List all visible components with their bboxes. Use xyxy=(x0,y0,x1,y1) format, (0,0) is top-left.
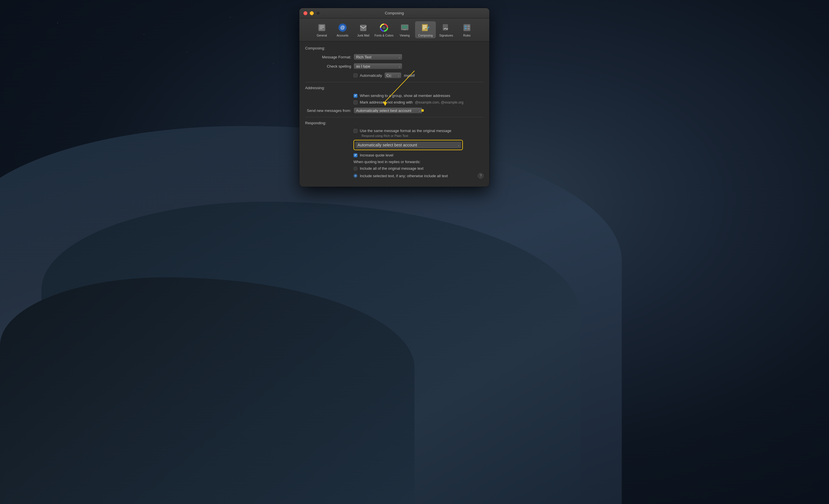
cc-select[interactable]: Cc: Bcc: xyxy=(384,72,402,79)
increase-quote-checkbox[interactable] xyxy=(354,153,358,157)
svg-rect-10 xyxy=(402,25,407,29)
viewing-icon xyxy=(400,23,410,33)
addressing-section: Addressing: When sending to a group, sho… xyxy=(305,86,483,114)
send-from-select[interactable]: Automatically select best account xyxy=(354,107,423,114)
group-checkbox-row: When sending to a group, show all member… xyxy=(305,93,483,98)
same-format-label: Use the same message format as the origi… xyxy=(360,128,452,133)
junk-mail-icon xyxy=(358,23,368,33)
section-separator-2 xyxy=(305,117,483,117)
responding-section-title: Responding: xyxy=(305,121,483,125)
toolbar: General @ Accounts Junk Mail xyxy=(299,18,489,41)
quoting-label: When quoting text in replies or forwards… xyxy=(354,160,421,164)
addressing-section-title: Addressing: xyxy=(305,86,483,90)
signatures-icon xyxy=(441,23,452,33)
cc-select-wrapper: Cc: Bcc: ⌄ xyxy=(384,72,402,79)
rules-icon xyxy=(462,23,472,33)
toolbar-item-viewing[interactable]: Viewing xyxy=(394,21,415,38)
maximize-button[interactable] xyxy=(316,11,320,15)
close-button[interactable] xyxy=(303,11,308,15)
svg-rect-21 xyxy=(467,28,469,29)
group-checkbox-label: When sending to a group, show all member… xyxy=(360,93,450,98)
preferences-content: Composing: Message Format: Rich Text Pla… xyxy=(299,41,489,187)
section-separator-1 xyxy=(305,82,483,82)
general-icon xyxy=(317,23,327,33)
auto-cc-checkbox[interactable] xyxy=(354,73,358,77)
toolbar-item-composing[interactable]: Composing xyxy=(415,21,436,38)
message-format-select-wrapper: Rich Text Plain Text ⌄ xyxy=(354,54,402,60)
message-format-label: Message Format: xyxy=(305,55,351,59)
increase-quote-row: Increase quote level xyxy=(305,153,483,157)
svg-rect-19 xyxy=(465,28,467,29)
group-checkbox[interactable] xyxy=(354,94,358,98)
increase-quote-label: Increase quote level xyxy=(360,153,393,157)
composing-preferences-window: Composing General @ Accounts xyxy=(299,8,489,187)
responding-section: Responding: Use the same message format … xyxy=(305,121,483,179)
svg-rect-1 xyxy=(320,26,324,26)
toolbar-item-junk-mail[interactable]: Junk Mail xyxy=(353,21,374,38)
include-all-row: Include all of the original message text xyxy=(305,166,483,170)
include-all-label: Include all of the original message text xyxy=(360,166,424,170)
viewing-label: Viewing xyxy=(400,34,410,37)
svg-rect-11 xyxy=(403,29,406,30)
check-spelling-select[interactable]: as I type when I click Send never xyxy=(354,63,402,69)
window-title: Composing xyxy=(385,11,404,15)
toolbar-item-general[interactable]: General xyxy=(312,21,332,38)
annotation-dot xyxy=(422,109,424,112)
check-spelling-select-wrapper: as I type when I click Send never ⌄ xyxy=(354,63,402,69)
include-selected-row: Include selected text, if any; otherwise… xyxy=(305,173,483,179)
best-account-select-wrapper: Automatically select best account ⌄ xyxy=(355,141,461,149)
svg-rect-18 xyxy=(465,26,467,27)
best-account-select[interactable]: Automatically select best account xyxy=(355,141,461,149)
myself-label: myself xyxy=(404,73,415,78)
dune-layer-3 xyxy=(0,277,414,504)
same-format-row: Use the same message format as the origi… xyxy=(305,128,483,133)
mark-addresses-hint: @example.com, @example.org xyxy=(415,101,463,105)
check-spelling-row: Check spelling as I type when I click Se… xyxy=(305,63,483,69)
fonts-colors-icon xyxy=(379,23,389,33)
include-all-radio[interactable] xyxy=(354,166,358,170)
send-from-row: Send new messages from: Automatically se… xyxy=(305,107,483,114)
send-from-label: Send new messages from: xyxy=(305,109,351,113)
rules-label: Rules xyxy=(463,34,471,37)
svg-rect-2 xyxy=(320,27,324,28)
composing-label: Composing xyxy=(418,34,433,37)
message-format-select[interactable]: Rich Text Plain Text xyxy=(354,54,402,60)
send-from-select-wrapper: Automatically select best account ⌄ xyxy=(354,107,423,114)
general-label: General xyxy=(317,34,327,37)
window-titlebar: Composing xyxy=(299,8,489,18)
svg-text:@: @ xyxy=(340,25,345,30)
highlighted-dropdown-border: Automatically select best account ⌄ xyxy=(354,140,463,150)
toolbar-item-accounts[interactable]: @ Accounts xyxy=(332,21,353,38)
include-selected-radio[interactable] xyxy=(354,174,358,178)
svg-rect-16 xyxy=(443,24,448,31)
traffic-lights xyxy=(303,11,320,15)
toolbar-item-fonts-colors[interactable]: Fonts & Colors xyxy=(374,21,394,38)
fonts-colors-label: Fonts & Colors xyxy=(374,34,394,37)
signatures-label: Signatures xyxy=(439,34,453,37)
check-spelling-label: Check spelling xyxy=(305,64,351,69)
same-format-checkbox[interactable] xyxy=(354,129,358,133)
help-button[interactable]: ? xyxy=(478,173,483,179)
svg-rect-17 xyxy=(463,24,470,31)
mark-addresses-label: Mark addresses not ending with xyxy=(360,100,413,105)
message-format-row: Message Format: Rich Text Plain Text ⌄ xyxy=(305,54,483,60)
svg-rect-3 xyxy=(320,29,322,29)
accounts-label: Accounts xyxy=(336,34,348,37)
highlighted-dropdown-area: Automatically select best account ⌄ xyxy=(305,140,483,150)
mark-addresses-row: Mark addresses not ending with @example.… xyxy=(305,100,483,105)
toolbar-item-rules[interactable]: Rules xyxy=(457,21,477,38)
accounts-icon: @ xyxy=(337,23,348,33)
composing-icon xyxy=(420,23,431,33)
svg-rect-20 xyxy=(467,26,469,27)
svg-point-8 xyxy=(383,26,386,29)
composing-section-title: Composing: xyxy=(305,46,483,50)
mark-addresses-checkbox[interactable] xyxy=(354,101,358,105)
toolbar-item-signatures[interactable]: Signatures xyxy=(436,21,457,38)
quoting-label-row: When quoting text in replies or forwards… xyxy=(305,160,483,164)
include-selected-label: Include selected text, if any; otherwise… xyxy=(360,174,448,178)
respond-hint: Respond using Rich or Plain Text xyxy=(305,134,483,138)
auto-cc-row: Automatically Cc: Bcc: ⌄ myself xyxy=(305,72,483,79)
junk-mail-label: Junk Mail xyxy=(357,34,369,37)
minimize-button[interactable] xyxy=(310,11,314,15)
auto-cc-label: Automatically xyxy=(360,73,382,78)
